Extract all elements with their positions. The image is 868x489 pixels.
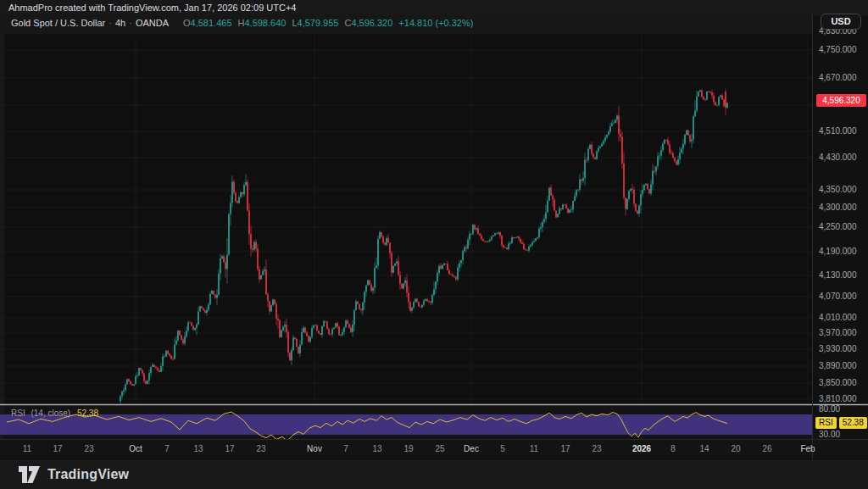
- exchange-label: OANDA: [136, 18, 169, 28]
- ohlc-values: O4,581.465H4,598.640L4,579.955C4,596.320…: [177, 18, 473, 28]
- time-tick-label: 23: [256, 444, 265, 454]
- high-value: 4,598.640: [244, 18, 286, 28]
- price-tick-label: 3,970.000: [819, 328, 857, 338]
- price-tick-label: 3,810.000: [819, 394, 857, 404]
- interval-label: 4h: [115, 18, 125, 28]
- time-tick-label: 20: [731, 444, 740, 454]
- price-tick-label: 4,300.000: [819, 203, 857, 213]
- time-tick-label: 11: [530, 444, 538, 454]
- open-value: 4,581.465: [191, 18, 232, 28]
- time-tick-label: 26: [762, 444, 771, 454]
- open-label: O: [183, 18, 191, 28]
- price-tick-label: 4,430.000: [819, 153, 857, 163]
- price-tick-label: 4,190.000: [819, 247, 857, 257]
- chart-canvas[interactable]: [0, 0, 868, 489]
- time-tick-label: Dec: [464, 444, 479, 454]
- rsi-indicator-legend[interactable]: RSI (14, close) 52.38: [11, 408, 98, 418]
- rsi-badge: RSI: [815, 417, 837, 429]
- price-tick-label: 4,250.000: [819, 222, 857, 232]
- attribution-text: AhmadPro created with TradingView.com, J…: [8, 3, 296, 13]
- price-tick-label: 3,930.000: [819, 344, 857, 354]
- tradingview-logo[interactable]: TradingView: [19, 466, 129, 483]
- time-tick-label: 13: [372, 444, 381, 454]
- time-tick-label: 14: [699, 444, 709, 454]
- price-tick-label: 4,130.000: [819, 270, 857, 281]
- rsi-axis-labels: RSI 52.38: [815, 417, 867, 429]
- price-tick-label: 4,510.000: [819, 126, 857, 136]
- time-tick-label: Nov: [307, 444, 322, 454]
- tradingview-chart-screenshot: AhmadPro created with TradingView.com, J…: [0, 0, 868, 489]
- time-tick-label: Feb: [800, 444, 815, 454]
- time-tick-label: 25: [435, 444, 444, 454]
- rsi-legend-value: 52.38: [77, 408, 98, 418]
- change-value: +14.810 (+0.32%): [398, 18, 473, 28]
- symbol-legend[interactable]: Gold Spot / U.S. Dollar·4h·OANDAO4,581.4…: [11, 18, 473, 28]
- legend-separator: ·: [108, 18, 112, 28]
- rsi-value-label: 52.38: [839, 417, 867, 429]
- price-tick-label: 4,350.000: [819, 185, 857, 195]
- time-tick-label: 17: [53, 444, 62, 454]
- symbol-name: Gold Spot / U.S. Dollar: [11, 18, 105, 28]
- tradingview-logo-icon: [19, 466, 41, 483]
- time-tick-label: 23: [592, 444, 601, 454]
- time-tick-label: 7: [164, 444, 170, 454]
- time-tick-label: 2026: [632, 444, 651, 454]
- rsi-level-label: 30.00: [819, 430, 840, 440]
- price-tick-label: 3,850.000: [819, 378, 857, 388]
- attribution-bar: AhmadPro created with TradingView.com, J…: [8, 2, 296, 14]
- last-price-label: 4,596.320: [816, 94, 866, 107]
- low-value: 4,579.955: [298, 18, 339, 28]
- time-tick-label: Oct: [129, 444, 142, 454]
- tradingview-brand-text: TradingView: [47, 467, 129, 482]
- price-tick-label: 4,670.000: [819, 73, 857, 83]
- close-value: 4,596.320: [351, 18, 392, 28]
- time-tick-label: 13: [193, 444, 203, 454]
- legend-separator: ·: [129, 18, 132, 28]
- time-tick-label: 7: [343, 444, 348, 454]
- price-tick-label: 3,890.000: [819, 361, 857, 371]
- time-tick-label: 17: [225, 444, 234, 454]
- currency-toggle-button[interactable]: USD: [821, 14, 861, 30]
- time-tick-label: 19: [403, 444, 413, 454]
- time-tick-label: 23: [84, 444, 93, 454]
- rsi-name: RSI: [11, 408, 25, 418]
- price-tick-label: 4,070.000: [819, 292, 857, 302]
- rsi-level-label: 80.00: [819, 404, 840, 414]
- rsi-params: (14, close): [31, 408, 70, 418]
- time-tick-label: 8: [670, 444, 676, 454]
- price-tick-label: 4,750.000: [819, 45, 857, 55]
- time-tick-label: 11: [23, 444, 31, 454]
- time-tick-label: 17: [560, 444, 570, 454]
- price-tick-label: 4,010.000: [819, 313, 857, 323]
- bottom-bar: TradingView: [0, 458, 868, 489]
- time-tick-label: 5: [500, 444, 505, 454]
